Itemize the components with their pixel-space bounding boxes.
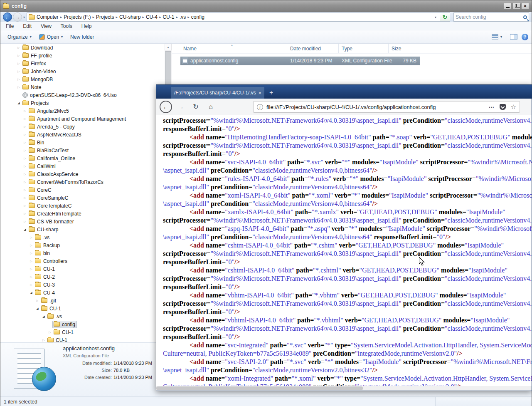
tree-item-aspnetmvcreactjs[interactable]: ▷AspNetMvcReactJS	[0, 131, 165, 139]
tree-item-cu-sharp[interactable]: ◢CU-sharp	[0, 225, 165, 233]
expand-arrow-icon[interactable]: ▷	[29, 267, 34, 271]
expand-arrow-icon[interactable]: ▷	[22, 133, 27, 136]
tree-item-corec[interactable]: ▷CoreC	[0, 186, 165, 194]
expand-arrow-icon[interactable]: ▷	[16, 86, 21, 89]
menu-view[interactable]: View	[36, 23, 56, 29]
search-icon[interactable]	[523, 15, 527, 19]
expand-arrow-icon[interactable]: ▷	[22, 188, 27, 192]
breadcrumb-segment[interactable]: Computer	[35, 14, 60, 20]
tree-item-california-online[interactable]: ▷California_Online	[0, 154, 165, 162]
tree-item-angular2mvc5[interactable]: ▷Angular2Mvc5	[0, 107, 165, 115]
expand-arrow-icon[interactable]: ▷	[47, 331, 52, 334]
tree-item-cu-3[interactable]: ▷CU-3	[0, 281, 165, 289]
file-row[interactable]: applicationhost.config 1/14/2018 9:23 PM…	[180, 57, 420, 65]
forward-button[interactable]: →	[13, 12, 22, 22]
tree-item-cu-2[interactable]: ▷CU-2	[0, 273, 165, 281]
tree-item-cs-vb-formatter[interactable]: ▷CS-VB-formatter	[0, 218, 165, 225]
expand-arrow-icon[interactable]: ◢	[35, 307, 40, 310]
expand-arrow-icon[interactable]: ▷	[16, 54, 21, 57]
restore-button[interactable]	[512, 3, 520, 9]
pocket-icon[interactable]	[500, 104, 506, 110]
tree-item-projects[interactable]: ◢Projects	[0, 99, 165, 107]
tree-item-classicaspservice[interactable]: ▷ClassicAspService	[0, 170, 165, 178]
tree-item-john-video[interactable]: ▷John-Video	[0, 67, 165, 75]
tree-item-callwmi[interactable]: ▷CallWmi	[0, 162, 165, 170]
expand-arrow-icon[interactable]: ▷	[22, 181, 27, 184]
tree-item-note[interactable]: ▷Note	[0, 83, 165, 91]
page-info-icon[interactable]: i	[257, 104, 263, 110]
expand-arrow-icon[interactable]: ▷	[22, 220, 27, 223]
history-dropdown-icon[interactable]: ▾	[23, 15, 25, 19]
expand-arrow-icon[interactable]: ▷	[29, 275, 34, 279]
tree-item-apartment-and-compound-management[interactable]: ▷Apartment and Compound Management	[0, 115, 165, 123]
expand-arrow-icon[interactable]: ▷	[22, 117, 27, 121]
tree-item-opensuse-leap-42-3-dvd-x86-64-iso[interactable]: openSUSE-Leap-42.3-DVD-x86_64.iso	[0, 91, 165, 99]
organize-button[interactable]: Organize ▾	[4, 32, 35, 42]
expand-arrow-icon[interactable]: ▷	[22, 204, 27, 208]
breadcrumb-segment[interactable]: CU-sharp	[118, 14, 142, 20]
explorer-titlebar[interactable]: config ×	[0, 0, 532, 12]
new-folder-button[interactable]: New folder	[66, 32, 98, 42]
tree-item--git[interactable]: ▷.git	[0, 297, 165, 304]
expand-arrow-icon[interactable]: ▷	[22, 165, 27, 168]
tree-item-mongodb[interactable]: ▷MongoDB	[0, 75, 165, 83]
breadcrumb-segment[interactable]: CU-4	[144, 14, 159, 20]
tree-item-config[interactable]: config	[0, 320, 165, 328]
tree-item-backup[interactable]: ▷Backup	[0, 241, 165, 249]
tab-close-icon[interactable]: ×	[258, 90, 261, 96]
expand-arrow-icon[interactable]: ▷	[22, 149, 27, 152]
browser-tab[interactable]: /F:/Projects/CU-sharp/CU-4/CU-1/.vs/c ×	[171, 87, 264, 99]
breadcrumb-segment[interactable]: .vs	[178, 14, 187, 20]
expand-arrow-icon[interactable]: ▷	[22, 212, 27, 215]
column-header-size[interactable]: Size	[389, 44, 420, 53]
expand-arrow-icon[interactable]: ▷	[16, 62, 21, 65]
scroll-up-icon[interactable]: ▲	[165, 44, 172, 50]
tree-item--vs[interactable]: ◢.vs	[0, 312, 165, 320]
breadcrumb-dropdown-icon[interactable]: ▾	[433, 15, 438, 19]
horizontal-scrollbar[interactable]	[156, 386, 532, 391]
expand-arrow-icon[interactable]: ◢	[29, 291, 34, 295]
breadcrumb-segment[interactable]: Projects (F:)	[62, 14, 92, 20]
breadcrumb-segment[interactable]: config	[190, 14, 206, 20]
back-button[interactable]: ←	[3, 12, 12, 22]
expand-arrow-icon[interactable]: ▷	[22, 141, 27, 144]
tree-item-cu-1[interactable]: ▷CU-1	[0, 265, 165, 273]
browser-back-button[interactable]: ←	[160, 101, 172, 113]
expand-arrow-icon[interactable]: ▷	[16, 78, 21, 81]
expand-arrow-icon[interactable]: ▷	[22, 173, 27, 176]
page-actions-icon[interactable]: ⋯	[489, 104, 495, 110]
expand-arrow-icon[interactable]: ◢	[41, 315, 46, 318]
column-header-name[interactable]: Name	[180, 44, 287, 53]
tree-item-coretemplatec[interactable]: ▷CoreTemplateC	[0, 202, 165, 210]
expand-arrow-icon[interactable]: ▷	[41, 339, 46, 342]
tree-item-bin[interactable]: ▷Bin	[0, 139, 165, 146]
tree-item-cu-1[interactable]: ◢CU-1	[0, 304, 165, 312]
tree-item-ff-profile[interactable]: ▷FF-profile	[0, 52, 165, 59]
menu-edit[interactable]: Edit	[18, 23, 36, 29]
column-header-date-modified[interactable]: Date modified	[287, 44, 339, 53]
close-button[interactable]: ×	[521, 3, 529, 9]
tree-item-createhtmtemplate[interactable]: ▷CreateHtmTemplate	[0, 210, 165, 218]
tree-item-blablacartest[interactable]: ▷BlaBlaCarTest	[0, 146, 165, 154]
tree-item-coresamplec[interactable]: ▷CoreSampleC	[0, 194, 165, 202]
expand-arrow-icon[interactable]: ▷	[29, 244, 34, 247]
search-input[interactable]	[456, 14, 523, 20]
expand-arrow-icon[interactable]: ▷	[22, 125, 27, 129]
expand-arrow-icon[interactable]: ▷	[29, 260, 34, 263]
scrollbar-thumb[interactable]	[156, 386, 363, 390]
reload-button[interactable]: ↻	[190, 103, 201, 111]
tree-item-convertwebformstorazorcs[interactable]: ▷ConvertWebFormsToRazorCs	[0, 178, 165, 186]
expand-arrow-icon[interactable]: ▷	[22, 157, 27, 160]
expand-arrow-icon[interactable]: ▷	[16, 46, 21, 50]
breadcrumb-segment[interactable]: Projects	[94, 14, 116, 20]
browser-forward-button[interactable]: →	[175, 103, 186, 111]
tree-item-cu-4[interactable]: ◢CU-4	[0, 289, 165, 297]
menu-help[interactable]: Help	[77, 23, 96, 29]
expand-arrow-icon[interactable]: ▷	[29, 236, 34, 239]
tree-item-arenda-5-copy[interactable]: ▷Arenda_5 - Copy	[0, 123, 165, 131]
preview-pane-button[interactable]	[510, 34, 517, 40]
bookmark-star-icon[interactable]: ☆	[511, 103, 516, 111]
expand-arrow-icon[interactable]: ▷	[29, 252, 34, 255]
tree-item-bin[interactable]: ▷bin	[0, 249, 165, 257]
expand-arrow-icon[interactable]: ▷	[22, 109, 27, 113]
